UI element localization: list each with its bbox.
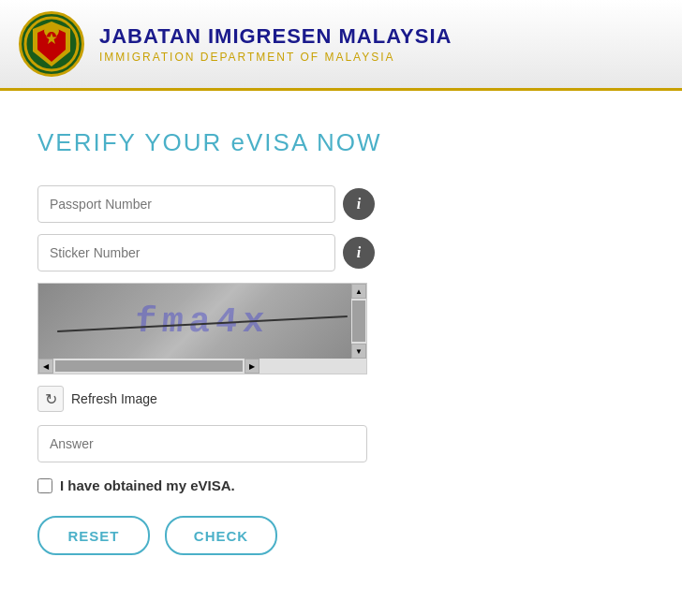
captcha-image: fma4x (38, 284, 366, 359)
passport-input[interactable] (37, 185, 335, 223)
refresh-row: ↻ Refresh Image (37, 382, 375, 416)
main-content: VERIFY YOUR eVISA NOW i i fma4x ▲ ▼ (0, 91, 682, 616)
header-text: JABATAN IMIGRESEN MALAYSIA IMMIGRATION D… (99, 24, 452, 64)
captcha-container: fma4x ▲ ▼ ◀ ▶ (37, 283, 367, 374)
evisa-checkbox-row: I have obtained my eVISA. (37, 477, 375, 493)
scroll-right-button[interactable]: ▶ (245, 359, 259, 374)
header-subtitle: IMMIGRATION DEPARTMENT OF MALAYSIA (99, 51, 452, 64)
refresh-button[interactable]: ↻ (37, 386, 64, 412)
sticker-row: i (37, 234, 375, 271)
check-button[interactable]: CHECK (165, 516, 277, 555)
scroll-up-button[interactable]: ▲ (351, 284, 366, 299)
scroll-thumb-vertical[interactable] (352, 301, 365, 342)
refresh-label: Refresh Image (71, 391, 157, 406)
passport-row: i (37, 185, 375, 223)
sticker-input[interactable] (37, 234, 335, 271)
scroll-left-button[interactable]: ◀ (38, 359, 53, 374)
header: JABATAN IMIGRESEN MALAYSIA IMMIGRATION D… (0, 0, 682, 91)
evisa-checkbox-label[interactable]: I have obtained my eVISA. (60, 477, 235, 493)
scroll-thumb-horizontal[interactable] (55, 360, 243, 372)
page-title: VERIFY YOUR eVISA NOW (37, 128, 645, 157)
passport-info-button[interactable]: i (343, 188, 375, 220)
evisa-form: i i fma4x ▲ ▼ ◀ ▶ (37, 185, 375, 555)
logo (19, 11, 84, 77)
captcha-scrollbar-vertical[interactable]: ▲ ▼ (351, 284, 366, 359)
captcha-scrollbar-horizontal[interactable]: ◀ ▶ (38, 359, 366, 374)
header-title: JABATAN IMIGRESEN MALAYSIA (99, 24, 452, 49)
reset-button[interactable]: RESET (37, 516, 150, 555)
answer-input[interactable] (37, 425, 367, 462)
evisa-checkbox[interactable] (37, 478, 52, 493)
action-buttons: RESET CHECK (37, 516, 375, 555)
scroll-down-button[interactable]: ▼ (351, 344, 366, 359)
sticker-info-button[interactable]: i (343, 237, 375, 269)
